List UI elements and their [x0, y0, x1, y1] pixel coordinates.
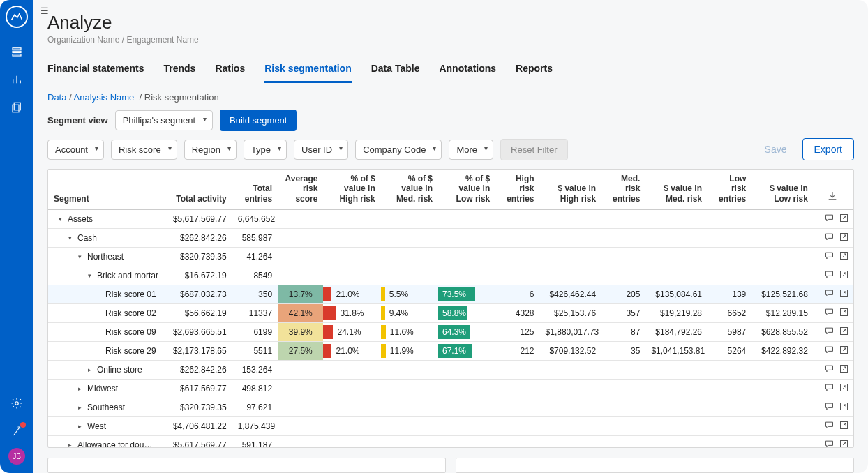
settings-gear-icon[interactable]	[6, 392, 28, 414]
comment-icon[interactable]	[824, 382, 835, 395]
tab-bar: Financial statementsTrendsRatiosRisk seg…	[33, 52, 868, 84]
expand-icon[interactable]	[839, 363, 849, 376]
chevron-down-icon[interactable]: ▾	[57, 216, 63, 223]
segment-label: Cash	[77, 233, 97, 243]
comment-icon[interactable]	[824, 213, 835, 225]
table-row[interactable]: ▾Assets$5,617,569.776,645,652	[48, 210, 853, 229]
table-row[interactable]: Risk score 09 ⓘ$2,693,665.51619939.9%24.…	[48, 323, 853, 342]
filter-user-id[interactable]: User ID	[294, 140, 348, 160]
tab-trends[interactable]: Trends	[164, 59, 196, 83]
expand-icon[interactable]	[839, 307, 849, 320]
expand-icon[interactable]	[839, 269, 849, 282]
svg-rect-3	[14, 103, 20, 110]
expand-icon[interactable]	[839, 382, 849, 395]
table-row[interactable]: ▸Online store$262,842.26153,264	[48, 361, 853, 380]
app-logo[interactable]	[6, 6, 28, 28]
footer-panel-left	[47, 458, 446, 473]
filter-account[interactable]: Account	[47, 140, 104, 160]
table-row[interactable]: Risk score 29 ⓘ$2,173,178.65551127.5%21.…	[48, 342, 853, 361]
segment-view-select[interactable]: Phillipa's segment	[115, 110, 213, 130]
comment-icon[interactable]	[824, 439, 835, 448]
table-row[interactable]: ▾Cash$262,842.26585,987	[48, 229, 853, 248]
breadcrumb-data[interactable]: Data	[47, 92, 66, 103]
chevron-down-icon[interactable]: ▾	[86, 272, 93, 279]
chevron-right-icon[interactable]: ▸	[86, 366, 93, 373]
segment-view-label: Segment view	[47, 115, 108, 126]
table-row[interactable]: ▾Northeast$320,739.3541,264	[48, 248, 853, 266]
comment-icon[interactable]	[824, 269, 835, 282]
expand-icon[interactable]	[839, 420, 849, 433]
table-row[interactable]: ▸West$4,706,481.221,875,439	[48, 417, 853, 436]
table-row[interactable]: Risk score 01 ⓘ$687,032.7335013.7%21.0%5…	[48, 285, 853, 304]
comment-icon[interactable]	[824, 232, 835, 244]
expand-icon[interactable]	[839, 439, 849, 448]
comment-icon[interactable]	[824, 250, 835, 263]
comment-icon[interactable]	[824, 363, 835, 376]
segment-label: Online store	[97, 365, 142, 375]
expand-icon[interactable]	[839, 345, 849, 357]
expand-icon[interactable]	[839, 213, 849, 225]
comment-icon[interactable]	[824, 420, 835, 433]
filter-region[interactable]: Region	[184, 140, 237, 160]
filter-type[interactable]: Type	[244, 140, 287, 160]
save-link: Save	[765, 144, 787, 155]
tab-reports[interactable]: Reports	[516, 59, 553, 83]
tab-annotations[interactable]: Annotations	[439, 59, 496, 83]
col-total-entries[interactable]: Total entries	[232, 170, 278, 210]
col-segment[interactable]: Segment	[48, 170, 165, 210]
col-high-entries[interactable]: High risk entries	[495, 170, 539, 210]
nav-list-icon[interactable]	[6, 40, 28, 63]
chevron-down-icon[interactable]: ▾	[76, 253, 83, 260]
col-pct-high[interactable]: % of $ value in High risk	[323, 170, 380, 210]
col-avg-risk[interactable]: Average risk score	[278, 170, 323, 210]
col-download[interactable]	[814, 170, 853, 210]
expand-icon[interactable]	[839, 232, 849, 244]
tab-risk-segmentation[interactable]: Risk segmentation	[264, 59, 351, 83]
expand-icon[interactable]	[839, 288, 849, 301]
col-val-med[interactable]: $ value in Med. risk	[645, 170, 708, 210]
export-button[interactable]: Export	[802, 138, 854, 160]
filter-more[interactable]: More	[449, 140, 493, 160]
tab-financial-statements[interactable]: Financial statements	[47, 59, 144, 83]
comment-icon[interactable]	[824, 288, 835, 301]
build-segment-button[interactable]: Build segment	[220, 110, 297, 131]
table-row[interactable]: ▸Southeast$320,739.3597,621	[48, 398, 853, 417]
notifications-icon[interactable]	[6, 420, 28, 442]
table-row[interactable]: ▸Allowance for dou…$5,617,569.77591,187	[48, 436, 853, 448]
comment-icon[interactable]	[824, 401, 835, 414]
nav-chart-icon[interactable]	[6, 68, 28, 91]
col-med-entries[interactable]: Med. risk entries	[601, 170, 645, 210]
tab-ratios[interactable]: Ratios	[215, 59, 245, 83]
nav-copy-icon[interactable]	[6, 96, 28, 119]
segment-label: Assets	[68, 214, 93, 224]
col-val-low[interactable]: $ value in Low risk	[751, 170, 814, 210]
comment-icon[interactable]	[824, 326, 835, 338]
footer-panel-right	[456, 458, 854, 473]
chevron-right-icon[interactable]: ▸	[76, 404, 83, 411]
filter-company-code[interactable]: Company Code	[355, 140, 442, 160]
svg-rect-2	[13, 54, 21, 56]
chevron-right-icon[interactable]: ▸	[76, 385, 83, 392]
col-val-high[interactable]: $ value in High risk	[540, 170, 602, 210]
comment-icon[interactable]	[824, 345, 835, 357]
filter-risk-score[interactable]: Risk score	[111, 140, 177, 160]
expand-icon[interactable]	[839, 326, 849, 338]
expand-icon[interactable]	[839, 250, 849, 263]
chevron-down-icon[interactable]: ▾	[66, 234, 73, 241]
breadcrumb-analysis[interactable]: Analysis Name	[74, 92, 135, 103]
chevron-right-icon[interactable]: ▸	[66, 442, 73, 448]
col-low-entries[interactable]: Low risk entries	[708, 170, 751, 210]
data-table: Segment Total activity Total entries Ave…	[47, 169, 854, 448]
col-total-activity[interactable]: Total activity	[165, 170, 232, 210]
expand-icon[interactable]	[839, 401, 849, 414]
tab-data-table[interactable]: Data Table	[371, 59, 420, 83]
comment-icon[interactable]	[824, 307, 835, 320]
table-row[interactable]: Risk score 02 ⓘ$56,662.191133742.1%31.8%…	[48, 304, 853, 323]
chevron-right-icon[interactable]: ▸	[76, 423, 83, 430]
col-pct-med[interactable]: % of $ value in Med. risk	[381, 170, 438, 210]
table-row[interactable]: ▸Midwest$617,569.77498,812	[48, 380, 853, 398]
col-pct-low[interactable]: % of $ value in Low risk	[438, 170, 495, 210]
page-title: Analyze	[47, 12, 854, 33]
user-avatar[interactable]: JB	[8, 448, 25, 465]
table-row[interactable]: ▾Brick and mortar$16,672.198549	[48, 266, 853, 285]
